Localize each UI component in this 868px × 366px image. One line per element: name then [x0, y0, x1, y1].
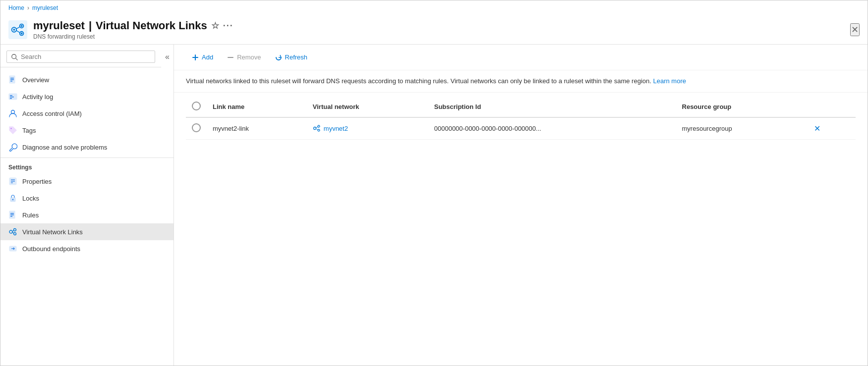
page-subtitle: DNS forwarding ruleset: [33, 33, 842, 40]
lock-icon: [8, 194, 17, 203]
remove-button[interactable]: Remove: [221, 51, 267, 64]
row-radio-0[interactable]: [192, 123, 201, 132]
cell-virtual-network-0: myvnet2: [307, 117, 428, 140]
header-titles: myruleset | Virtual Network Links ☆ ··· …: [33, 19, 842, 40]
sidebar-item-activity-log[interactable]: Activity log: [0, 88, 174, 105]
sidebar-item-locks[interactable]: Locks: [0, 190, 174, 207]
sidebar-item-overview[interactable]: Overview: [0, 71, 174, 88]
svg-line-35: [12, 232, 14, 233]
svg-rect-16: [10, 95, 12, 96]
breadcrumb-current[interactable]: myruleset: [32, 4, 58, 11]
sidebar-item-properties[interactable]: Properties: [0, 173, 174, 190]
remove-icon: [227, 54, 234, 61]
properties-icon: [8, 177, 17, 186]
table-header-row: Link name Virtual network Subscription I…: [186, 97, 856, 117]
col-virtual-network: Virtual network: [307, 97, 428, 117]
row-select-0[interactable]: [186, 117, 207, 140]
title-separator: |: [89, 19, 92, 32]
main-layout: « Overview Act: [0, 45, 868, 366]
svg-point-26: [12, 199, 13, 200]
learn-more-link[interactable]: Learn more: [653, 77, 686, 85]
sidebar-search-container: [0, 47, 161, 67]
svg-rect-29: [10, 214, 14, 215]
select-all-header[interactable]: [186, 97, 207, 117]
add-icon: [192, 54, 199, 61]
sidebar-item-label: Access control (IAM): [22, 110, 82, 117]
sidebar-item-rules[interactable]: Rules: [0, 207, 174, 223]
refresh-button[interactable]: Refresh: [269, 51, 314, 64]
person-icon: [8, 109, 17, 118]
sidebar-item-tags[interactable]: Tags: [0, 122, 174, 139]
svg-line-10: [16, 58, 18, 60]
refresh-icon: [275, 54, 282, 61]
breadcrumb-separator: ›: [27, 4, 29, 11]
sidebar-item-label: Properties: [22, 178, 52, 185]
cell-resource-group-0: myresourcegroup: [676, 117, 805, 140]
breadcrumb-home[interactable]: Home: [8, 4, 24, 11]
sidebar-item-label: Virtual Network Links: [22, 228, 83, 236]
svg-point-6: [13, 29, 15, 31]
wrench-icon: [8, 143, 17, 152]
cell-link-name-0: myvnet2-link: [207, 117, 307, 140]
svg-line-45: [316, 129, 318, 130]
svg-point-31: [9, 230, 12, 233]
resource-name: myruleset: [33, 19, 85, 32]
svg-rect-30: [10, 216, 12, 217]
sidebar-item-label: Locks: [22, 195, 39, 202]
sidebar-item-diagnose[interactable]: Diagnose and solve problems: [0, 139, 174, 156]
sidebar-item-virtual-network-links[interactable]: Virtual Network Links: [0, 223, 174, 240]
col-actions: [805, 97, 856, 117]
svg-rect-12: [10, 78, 14, 79]
sidebar-collapse-button[interactable]: «: [161, 49, 174, 65]
rules-icon: [8, 210, 17, 219]
col-resource-group: Resource group: [676, 97, 805, 117]
tag-icon: [8, 126, 17, 135]
sidebar-item-access-control[interactable]: Access control (IAM): [0, 105, 174, 122]
favorite-star[interactable]: ☆: [211, 20, 219, 31]
svg-point-43: [318, 129, 320, 131]
main-content: Add Remove Refresh Virtual networks link…: [174, 45, 868, 366]
page-name: Virtual Network Links: [96, 19, 207, 32]
links-table: Link name Virtual network Subscription I…: [186, 97, 856, 140]
sidebar-item-label: Overview: [22, 76, 49, 84]
page-title: myruleset | Virtual Network Links ☆ ···: [33, 19, 842, 32]
vnet-icon-0: [313, 124, 321, 132]
sidebar-item-label: Activity log: [22, 93, 53, 101]
sidebar: « Overview Act: [0, 45, 174, 366]
svg-point-42: [318, 125, 320, 127]
search-box[interactable]: [6, 51, 155, 63]
add-button[interactable]: Add: [186, 51, 219, 64]
breadcrumb: Home › myruleset: [0, 0, 868, 15]
document-icon: [8, 75, 17, 84]
search-input[interactable]: [21, 53, 151, 60]
svg-rect-18: [10, 98, 12, 99]
svg-rect-13: [10, 79, 14, 80]
col-link-name: Link name: [207, 97, 307, 117]
svg-rect-17: [10, 97, 14, 98]
table-container: Link name Virtual network Subscription I…: [174, 97, 868, 140]
info-banner: Virtual networks linked to this ruleset …: [174, 70, 868, 93]
svg-point-32: [14, 229, 16, 231]
sidebar-item-label: Outbound endpoints: [22, 245, 80, 253]
search-icon: [11, 53, 18, 60]
svg-rect-14: [10, 81, 12, 82]
sidebar-item-label: Tags: [22, 127, 36, 134]
dns-vnet-icon: [8, 227, 17, 236]
svg-point-7: [21, 25, 23, 27]
delete-row-button-0[interactable]: ✕: [811, 123, 823, 134]
svg-rect-28: [10, 213, 14, 214]
svg-point-20: [11, 128, 12, 129]
sidebar-search-row: «: [0, 45, 174, 69]
cell-subscription-id-0: 00000000-0000-0000-0000-000000...: [428, 117, 676, 140]
info-text: Virtual networks linked to this ruleset …: [186, 77, 651, 85]
close-button[interactable]: ✕: [850, 23, 860, 36]
vnet-link-0[interactable]: myvnet2: [313, 124, 422, 132]
sidebar-item-outbound-endpoints[interactable]: Outbound endpoints: [0, 240, 174, 257]
activity-icon: [8, 92, 17, 101]
more-options[interactable]: ···: [223, 21, 233, 31]
select-all-radio[interactable]: [192, 102, 201, 110]
page-header: myruleset | Virtual Network Links ☆ ··· …: [0, 15, 868, 45]
content-toolbar: Add Remove Refresh: [174, 45, 868, 70]
resource-icon: [8, 20, 27, 39]
cell-delete-0[interactable]: ✕: [805, 117, 856, 140]
